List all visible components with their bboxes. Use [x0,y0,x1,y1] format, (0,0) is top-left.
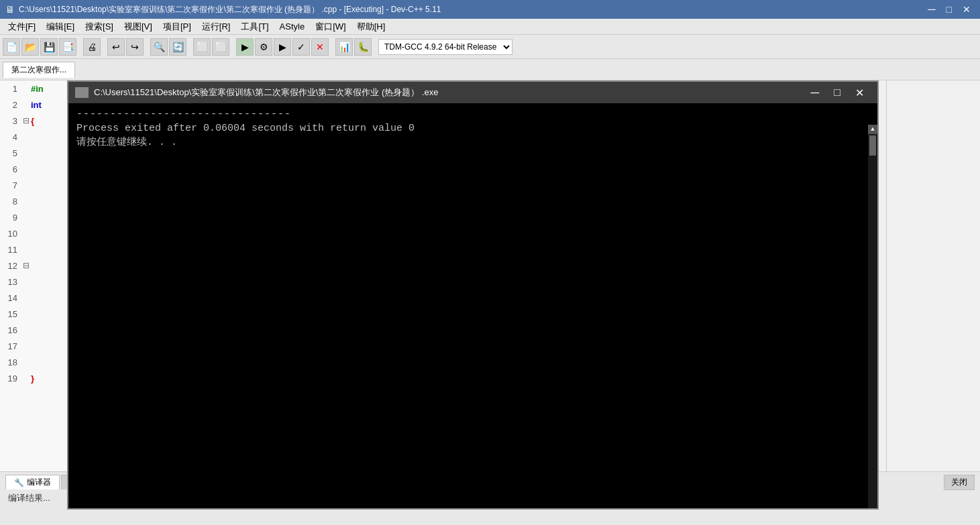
code-line-2: 2 int [0,97,74,113]
code-editor[interactable]: 1 #in 2 int 3 ⊟ { 4 5 6 7 8 9 10 11 12 ⊟… [0,80,74,525]
code-line-4: 4 [0,129,74,145]
profile-button[interactable]: 📊 [335,38,353,56]
run-button[interactable]: ▶ [274,38,291,56]
code-line-1: 1 #in [0,80,74,97]
menu-edit[interactable]: 编辑[E] [41,19,80,34]
menu-astyle[interactable]: AStyle [274,20,311,33]
menu-bar: 文件[F] 编辑[E] 搜索[S] 视图[V] 项目[P] 运行[R] 工具[T… [0,19,980,35]
console-minimize-button[interactable]: ─ [804,84,826,101]
code-line-10: 10 [0,225,74,241]
app-icon: 🖥 [5,4,15,15]
scroll-up-button[interactable]: ▲ [868,125,877,134]
compiler-tab-label: 编译器 [27,477,51,488]
save-all-button[interactable]: 📑 [59,38,76,56]
maximize-button[interactable]: □ [942,3,956,16]
console-window: C:\Users\11521\Desktop\实验室寒假训练\第二次寒假作业\第… [67,80,879,510]
console-scrollbar[interactable]: ▲ [868,125,877,508]
console-close-button[interactable]: ✕ [849,84,871,101]
console-separator: -------------------------------- [76,109,869,120]
open-file-button[interactable]: 📂 [21,38,39,56]
code-line-13: 13 [0,274,74,290]
console-title: C:\Users\11521\Desktop\实验室寒假训练\第二次寒假作业\第… [94,86,439,99]
code-line-18: 18 [0,354,74,370]
undo-button[interactable]: ↩ [107,38,125,56]
console-titlebar: C:\Users\11521\Desktop\实验室寒假训练\第二次寒假作业\第… [68,82,877,103]
console-body: -------------------------------- Process… [68,103,877,508]
titlebar-controls: ─ □ ✕ [924,3,975,16]
close-button[interactable]: ✕ [959,3,975,16]
tab-label: 第二次寒假作... [11,64,66,76]
unindent-button[interactable]: ⬜ [212,38,229,56]
console-window-icon [75,87,89,98]
menu-search[interactable]: 搜索[S] [80,19,119,34]
code-line-17: 17 [0,338,74,354]
console-maximize-button[interactable]: □ [827,84,847,101]
menu-view[interactable]: 视图[V] [119,19,158,34]
code-line-11: 11 [0,241,74,257]
toolbar: 📄 📂 💾 📑 🖨 ↩ ↪ 🔍 🔄 ⬜ ⬜ ▶ ⚙ ▶ ✓ ✕ 📊 🐛 TDM-… [0,35,980,59]
code-line-19: 19 } [0,370,74,386]
menu-project[interactable]: 项目[P] [158,19,197,34]
code-line-14: 14 [0,290,74,306]
code-line-8: 8 [0,193,74,209]
window-title: C:\Users\11521\Desktop\实验室寒假训练\第二次寒假作业\第… [19,4,441,15]
check-syntax-button[interactable]: ✓ [292,38,310,56]
redo-button[interactable]: ↪ [126,38,144,56]
bottom-tab-compiler[interactable]: 🔧 编译器 [5,475,60,489]
menu-file[interactable]: 文件[F] [3,19,41,34]
menu-window[interactable]: 窗口[W] [310,19,351,34]
menu-tools[interactable]: 工具[T] [235,19,274,34]
code-line-9: 9 [0,209,74,225]
close-button-tb[interactable]: 🖨 [83,38,101,56]
stop-button[interactable]: ✕ [311,38,329,56]
code-line-3: 3 ⊟ { [0,113,74,129]
compile-button[interactable]: ⚙ [255,38,272,56]
code-line-6: 6 [0,161,74,177]
new-file-button[interactable]: 📄 [3,38,20,56]
save-button[interactable]: 💾 [40,38,58,56]
code-line-12: 12 ⊟ [0,257,74,274]
code-line-7: 7 [0,177,74,193]
minimize-button[interactable]: ─ [924,3,939,16]
find-button[interactable]: 🔍 [150,38,168,56]
scroll-thumb[interactable] [869,135,876,156]
right-panel [886,80,980,510]
menu-help[interactable]: 帮助[H] [351,19,391,34]
close-bottom-button[interactable]: 关闭 [944,475,975,490]
code-line-16: 16 [0,322,74,338]
main-content-area: 1 #in 2 int 3 ⊟ { 4 5 6 7 8 9 10 11 12 ⊟… [0,80,980,525]
compile-result-text: 编译结果... [8,493,50,503]
console-titlebar-controls: ─ □ ✕ [804,84,871,101]
console-prompt-line: 请按任意键继续. . . [76,135,869,148]
console-process-line: Process exited after 0.06004 seconds wit… [76,123,869,134]
indent-button[interactable]: ⬜ [193,38,211,56]
code-line-15: 15 [0,306,74,322]
compiler-tab-icon: 🔧 [14,478,24,487]
title-bar: 🖥 C:\Users\11521\Desktop\实验室寒假训练\第二次寒假作业… [0,0,980,19]
replace-button[interactable]: 🔄 [169,38,186,56]
compile-run-button[interactable]: ▶ [236,38,254,56]
file-tab-active[interactable]: 第二次寒假作... [3,62,75,78]
compiler-selector[interactable]: TDM-GCC 4.9.2 64-bit Release [378,39,512,55]
menu-run[interactable]: 运行[R] [197,19,236,34]
debug-button[interactable]: 🐛 [354,38,372,56]
file-tabs: 第二次寒假作... [0,59,980,80]
code-line-5: 5 [0,145,74,161]
